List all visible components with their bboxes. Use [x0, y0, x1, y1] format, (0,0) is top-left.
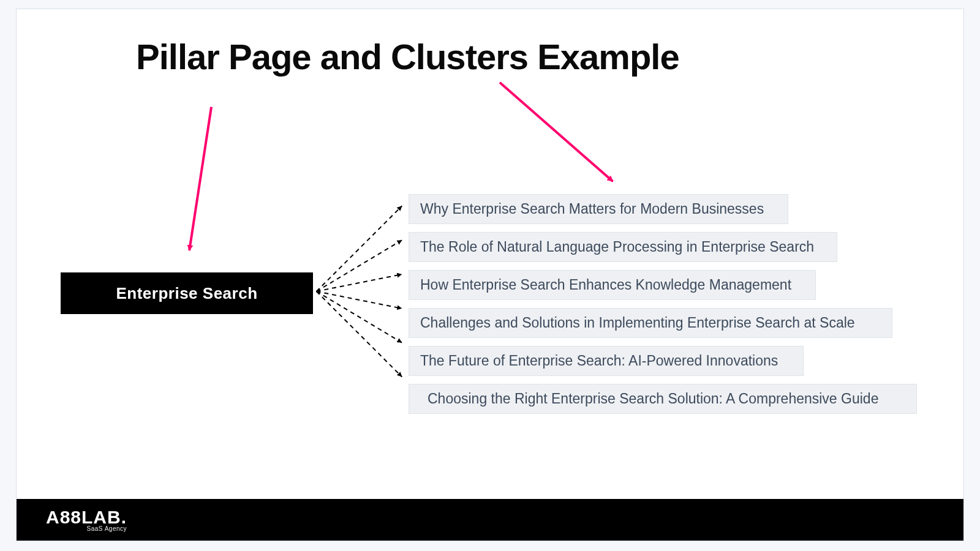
- slide-title: Pillar Page and Clusters Example: [136, 36, 679, 77]
- cluster-item: Why Enterprise Search Matters for Modern…: [409, 194, 788, 224]
- connector-4: [317, 291, 402, 309]
- connector-6: [317, 291, 402, 377]
- slide: Pillar Page and Clusters Example Enterpr…: [16, 9, 964, 541]
- connector-1: [317, 206, 402, 291]
- connector-5: [317, 291, 402, 343]
- cluster-item: How Enterprise Search Enhances Knowledge…: [409, 270, 816, 300]
- brand-logo: A88LAB. SaaS Agency: [46, 508, 127, 532]
- cluster-list: Why Enterprise Search Matters for Modern…: [409, 194, 941, 422]
- cluster-item: Challenges and Solutions in Implementing…: [409, 308, 892, 338]
- brand-name: A88LAB.: [46, 508, 127, 527]
- cluster-item: The Role of Natural Language Processing …: [409, 232, 837, 262]
- footer-bar: A88LAB. SaaS Agency: [17, 499, 963, 541]
- pillar-label: Enterprise Search: [116, 284, 257, 303]
- connector-3: [317, 274, 402, 291]
- connector-2: [317, 240, 402, 291]
- cluster-item: Choosing the Right Enterprise Search Sol…: [409, 384, 917, 414]
- pink-arrow-pillar: [189, 107, 211, 250]
- pink-arrow-clusters: [500, 83, 613, 182]
- pillar-box: Enterprise Search: [61, 272, 313, 314]
- brand-tagline: SaaS Agency: [46, 525, 127, 532]
- cluster-item: The Future of Enterprise Search: AI-Powe…: [409, 346, 804, 376]
